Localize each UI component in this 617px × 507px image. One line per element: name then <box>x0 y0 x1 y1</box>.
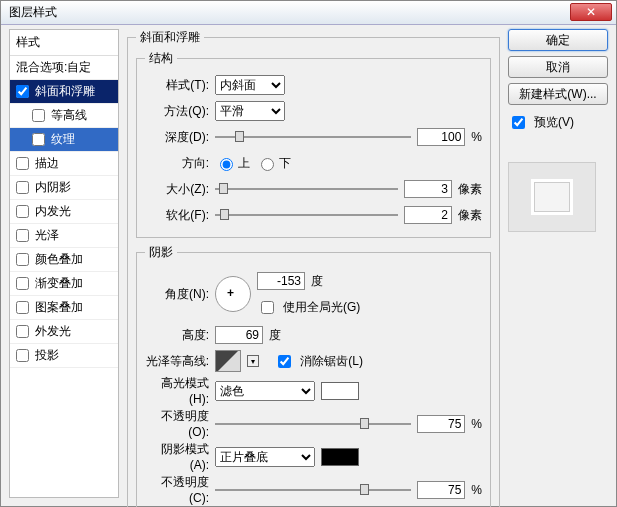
sidebar-header: 样式 <box>10 30 118 56</box>
highlight-opacity-input[interactable] <box>417 415 465 433</box>
angle-wheel[interactable] <box>215 276 251 312</box>
satin-checkbox[interactable] <box>16 229 29 242</box>
sidebar-item-bevel[interactable]: 斜面和浮雕 <box>10 80 118 104</box>
close-button[interactable]: ✕ <box>570 3 612 21</box>
structure-group: 结构 样式(T):内斜面 方法(Q):平滑 深度(D):% 方向: 上 下 大小… <box>136 50 491 238</box>
preview-box <box>508 162 596 232</box>
ok-button[interactable]: 确定 <box>508 29 608 51</box>
sidebar-item-dropshadow[interactable]: 投影 <box>10 344 118 368</box>
size-input[interactable] <box>404 180 452 198</box>
altitude-input[interactable] <box>215 326 263 344</box>
antialias-checkbox[interactable] <box>278 355 291 368</box>
dropshadow-checkbox[interactable] <box>16 349 29 362</box>
soften-slider[interactable] <box>215 206 398 224</box>
shadow-color-swatch[interactable] <box>321 448 359 466</box>
texture-checkbox[interactable] <box>32 133 45 146</box>
highlight-opacity-label: 不透明度(O): <box>145 408 209 439</box>
bevel-legend: 斜面和浮雕 <box>136 29 204 46</box>
stroke-checkbox[interactable] <box>16 157 29 170</box>
angle-label: 角度(N): <box>145 286 209 303</box>
gloss-label: 光泽等高线: <box>145 353 209 370</box>
outerglow-checkbox[interactable] <box>16 325 29 338</box>
sidebar-item-outerglow[interactable]: 外发光 <box>10 320 118 344</box>
main-panel: 斜面和浮雕 结构 样式(T):内斜面 方法(Q):平滑 深度(D):% 方向: … <box>127 29 500 498</box>
highlight-color-swatch[interactable] <box>321 382 359 400</box>
styles-sidebar: 样式 混合选项:自定 斜面和浮雕 等高线 纹理 描边 内阴影 内发光 光泽 颜色… <box>9 29 119 498</box>
bevel-group: 斜面和浮雕 结构 样式(T):内斜面 方法(Q):平滑 深度(D):% 方向: … <box>127 29 500 507</box>
direction-down[interactable]: 下 <box>256 155 291 172</box>
preview-checkbox[interactable] <box>512 116 525 129</box>
highlight-mode-select[interactable]: 滤色 <box>215 381 315 401</box>
shadow-mode-select[interactable]: 正片叠底 <box>215 447 315 467</box>
direction-label: 方向: <box>145 155 209 172</box>
shadow-legend: 阴影 <box>145 244 177 261</box>
sidebar-item-innerglow[interactable]: 内发光 <box>10 200 118 224</box>
style-label: 样式(T): <box>145 77 209 94</box>
sidebar-item-texture[interactable]: 纹理 <box>10 128 118 152</box>
blend-options-item[interactable]: 混合选项:自定 <box>10 56 118 80</box>
highlight-opacity-slider[interactable] <box>215 415 411 433</box>
soften-input[interactable] <box>404 206 452 224</box>
shadow-opacity-input[interactable] <box>417 481 465 499</box>
sidebar-item-satin[interactable]: 光泽 <box>10 224 118 248</box>
shadow-group: 阴影 角度(N): 度 使用全局光(G) 高度:度 光泽等高线:▾ 消除锯齿(L… <box>136 244 491 507</box>
innerglow-checkbox[interactable] <box>16 205 29 218</box>
highlight-mode-label: 高光模式(H): <box>145 375 209 406</box>
sidebar-item-patternoverlay[interactable]: 图案叠加 <box>10 296 118 320</box>
technique-select[interactable]: 平滑 <box>215 101 285 121</box>
window-title: 图层样式 <box>9 5 57 19</box>
size-slider[interactable] <box>215 180 398 198</box>
size-label: 大小(Z): <box>145 181 209 198</box>
sidebar-item-gradientoverlay[interactable]: 渐变叠加 <box>10 272 118 296</box>
sidebar-item-innershadow[interactable]: 内阴影 <box>10 176 118 200</box>
depth-slider[interactable] <box>215 128 411 146</box>
new-style-button[interactable]: 新建样式(W)... <box>508 83 608 105</box>
depth-label: 深度(D): <box>145 129 209 146</box>
structure-legend: 结构 <box>145 50 177 67</box>
tech-label: 方法(Q): <box>145 103 209 120</box>
depth-input[interactable] <box>417 128 465 146</box>
shadow-mode-label: 阴影模式(A): <box>145 441 209 472</box>
angle-input[interactable] <box>257 272 305 290</box>
sidebar-item-contour[interactable]: 等高线 <box>10 104 118 128</box>
cancel-button[interactable]: 取消 <box>508 56 608 78</box>
sidebar-item-stroke[interactable]: 描边 <box>10 152 118 176</box>
gloss-contour-picker[interactable] <box>215 350 241 372</box>
style-select[interactable]: 内斜面 <box>215 75 285 95</box>
right-column: 确定 取消 新建样式(W)... 预览(V) <box>508 29 608 232</box>
altitude-label: 高度: <box>145 327 209 344</box>
bevel-checkbox[interactable] <box>16 85 29 98</box>
shadow-opacity-label: 不透明度(C): <box>145 474 209 505</box>
titlebar[interactable]: 图层样式 ✕ <box>1 1 616 25</box>
gradientoverlay-checkbox[interactable] <box>16 277 29 290</box>
gloss-dropdown-icon[interactable]: ▾ <box>247 355 259 367</box>
layer-style-dialog: 图层样式 ✕ 样式 混合选项:自定 斜面和浮雕 等高线 纹理 描边 内阴影 内发… <box>0 0 617 507</box>
patternoverlay-checkbox[interactable] <box>16 301 29 314</box>
innershadow-checkbox[interactable] <box>16 181 29 194</box>
coloroverlay-checkbox[interactable] <box>16 253 29 266</box>
shadow-opacity-slider[interactable] <box>215 481 411 499</box>
contour-checkbox[interactable] <box>32 109 45 122</box>
sidebar-item-coloroverlay[interactable]: 颜色叠加 <box>10 248 118 272</box>
global-light-checkbox[interactable] <box>261 301 274 314</box>
direction-up[interactable]: 上 <box>215 155 250 172</box>
soften-label: 软化(F): <box>145 207 209 224</box>
preview-swatch <box>531 179 573 215</box>
